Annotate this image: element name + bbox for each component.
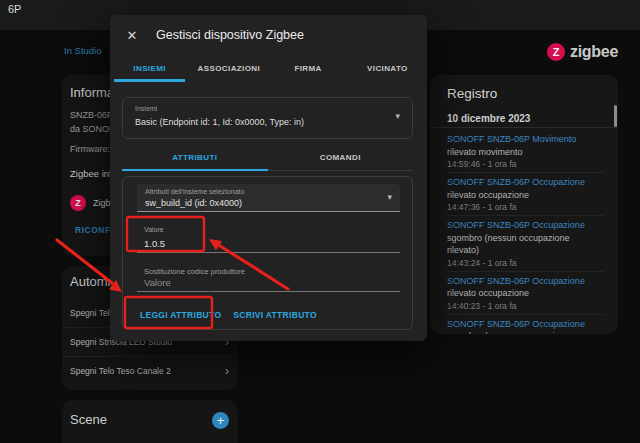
divider (430, 127, 618, 128)
value-field-label: Valore (144, 226, 164, 233)
logbook-title: Registro (447, 86, 497, 101)
dialog-title: Gestisci dispositivo Zigbee (156, 28, 304, 42)
tab-associazioni[interactable]: ASSOCIAZIONI (189, 55, 268, 82)
automation-label: Spegni Telo Teso Canale 2 (70, 366, 171, 376)
logbook-entry: SONOFF SNZB-06P Occupazione sgombro (nes… (447, 216, 604, 272)
tab-vicinato[interactable]: VICINATO (348, 55, 427, 82)
manufacturer-override-label: Sostituzione codice produttore (144, 267, 245, 276)
logbook-timestamp: 14:59:46 - 1 ora fa (447, 159, 604, 169)
read-attribute-button[interactable]: LEGGI ATTRIBUTO (140, 306, 221, 324)
cluster-subtabs: ATTRIBUTI COMANDI (122, 145, 413, 171)
zigbee-logo: Z zigbee (547, 43, 618, 61)
logbook-date-header: 10 dicembre 2023 (447, 113, 530, 124)
device-model: SNZB-06P (70, 110, 113, 120)
logbook-timestamp: 14:47:36 - 1 ora fa (447, 202, 604, 212)
tab-firma[interactable]: FIRMA (269, 55, 348, 82)
automation-row[interactable]: Spegni Telo Teso Canale 2 › (62, 356, 238, 385)
logbook-entry: SONOFF SNZB-06P Occupazione rilevato occ… (447, 272, 604, 315)
automation-label: Spegni Telo (70, 308, 114, 318)
attribute-select[interactable]: Attributi dell'insieme selezionato sw_bu… (137, 184, 400, 212)
logbook-action-text: rilevato movimento (447, 147, 523, 157)
logbook-card: Registro 10 dicembre 2023 SONOFF SNZB-06… (430, 75, 618, 334)
attribute-actions: LEGGI ATTRIBUTO SCRIVI ATTRIBUTO (140, 306, 317, 324)
dialog-header: ✕ Gestisci dispositivo Zigbee (110, 15, 427, 55)
zigbee-icon: Z (70, 195, 86, 211)
logbook-timestamp: 14:43:24 - 1 ora fa (447, 258, 604, 268)
logbook-entity-link[interactable]: SONOFF SNZB-06P Occupazione (447, 319, 585, 329)
manufacturer-override-input[interactable] (144, 277, 384, 288)
zigbee-brand-icon: Z (547, 43, 565, 61)
scenes-card-title: Scene (70, 412, 107, 427)
device-firmware: Firmware: ( (70, 144, 116, 154)
attribute-select-value: sw_build_id (id: 0x4000) (145, 198, 242, 208)
logbook-entry: SONOFF SNZB-06P Movimento rilevato movim… (447, 130, 604, 173)
value-field[interactable]: Valore 1.0.5 (137, 221, 400, 253)
zigbee-device-dialog: ✕ Gestisci dispositivo Zigbee INSIEMI AS… (110, 15, 427, 341)
logbook-action-text: sgombro (nessun occupazione rilevato) (447, 331, 570, 334)
tab-insiemi[interactable]: INSIEMI (110, 55, 189, 82)
value-field-value: 1.0.5 (144, 238, 165, 249)
logbook-entity-link[interactable]: SONOFF SNZB-06P Movimento (447, 134, 576, 144)
logbook-entity-link[interactable]: SONOFF SNZB-06P Occupazione (447, 220, 585, 230)
page-title: 6P (8, 3, 21, 15)
zigbee-brand-name: zigbee (570, 43, 618, 61)
logbook-entity-link[interactable]: SONOFF SNZB-06P Occupazione (447, 276, 585, 286)
write-attribute-button[interactable]: SCRIVI ATTRIBUTO (233, 306, 317, 324)
logbook-entry: SONOFF SNZB-06P Occupazione rilevato occ… (447, 173, 604, 216)
logbook-action-text: sgombro (nessun occupazione rilevato) (447, 233, 570, 256)
tab-comandi[interactable]: COMANDI (268, 145, 414, 170)
tab-attributi[interactable]: ATTRIBUTI (122, 145, 268, 170)
cluster-select[interactable]: Insiemi Basic (Endpoint id: 1, Id: 0x000… (122, 97, 413, 139)
attribute-select-label: Attributi dell'insieme selezionato (145, 188, 244, 195)
chevron-right-icon: › (225, 366, 229, 376)
tab-in-studio[interactable]: In Studio (64, 45, 102, 56)
attribute-panel: Attributi dell'insieme selezionato sw_bu… (122, 176, 413, 330)
screen: 6P In Studio Informazioni SNZB-06P da SO… (0, 0, 640, 443)
plus-icon: + (217, 413, 225, 428)
logbook-entity-link[interactable]: SONOFF SNZB-06P Occupazione (447, 177, 585, 187)
cluster-select-label: Insiemi (135, 105, 157, 112)
dialog-tabs: INSIEMI ASSOCIAZIONI FIRMA VICINATO (110, 55, 427, 82)
logbook-entry: SONOFF SNZB-06P Occupazione sgombro (nes… (447, 315, 604, 335)
scrollbar-thumb[interactable] (614, 105, 617, 127)
cluster-select-value: Basic (Endpoint id: 1, Id: 0x0000, Type:… (135, 117, 304, 127)
close-icon[interactable]: ✕ (124, 28, 140, 43)
logbook-action-text: rilevato occupazione (447, 288, 529, 298)
chevron-down-icon: ▾ (395, 111, 400, 121)
scenes-card: Scene + (62, 400, 238, 443)
add-scene-button[interactable]: + (212, 412, 229, 429)
logbook-timestamp: 14:40:23 - 1 ora fa (447, 301, 604, 311)
manufacturer-override-field: Sostituzione codice produttore (137, 263, 400, 292)
logbook-action-text: rilevato occupazione (447, 190, 529, 200)
chevron-down-icon: ▾ (387, 192, 392, 202)
logbook-list: SONOFF SNZB-06P Movimento rilevato movim… (447, 130, 604, 334)
